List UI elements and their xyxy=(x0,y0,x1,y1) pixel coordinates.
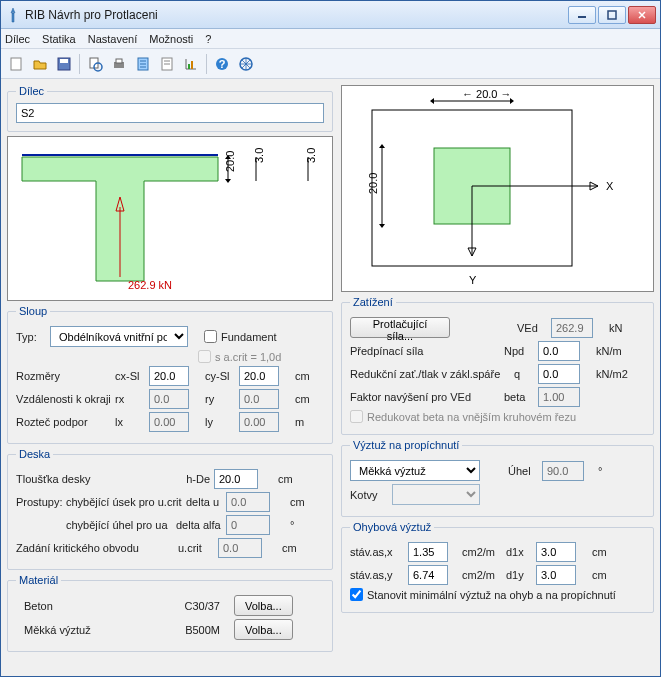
maximize-button[interactable] xyxy=(598,6,626,24)
vyztuz-select[interactable]: Měkká výztuž xyxy=(350,460,480,481)
menu-moznosti[interactable]: Možnosti xyxy=(149,33,193,45)
chyb-uhel-label: chybějící úhel pro ua xyxy=(66,519,172,531)
toolbar: ? xyxy=(1,49,660,79)
npd-input[interactable] xyxy=(538,341,580,361)
force-label: 262.9 kN xyxy=(128,279,172,291)
svg-rect-2 xyxy=(11,58,21,70)
print-preview-icon[interactable] xyxy=(84,53,106,75)
uhel-label: Úhel xyxy=(508,465,538,477)
material-group: Materiál Beton C30/37 Volba... Měkká výz… xyxy=(7,574,333,652)
typ-label: Typ: xyxy=(16,331,46,343)
list-icon[interactable] xyxy=(156,53,178,75)
ry-label: ry xyxy=(205,393,235,405)
sloup-legend: Sloup xyxy=(16,305,50,317)
section-diagram: 20.0 3.0 3.0 262.9 kN xyxy=(7,136,333,301)
fundament-check[interactable] xyxy=(204,330,217,343)
reduk-beta-check xyxy=(350,410,363,423)
deska-legend: Deska xyxy=(16,448,53,460)
menu-statika[interactable]: Statika xyxy=(42,33,76,45)
menubar: Dílec Statika Nastavení Možnosti ? xyxy=(1,29,660,49)
titlebar: RIB Návrh pro Protlaceni xyxy=(1,1,660,29)
beta-label: beta xyxy=(504,391,534,403)
dim-top: ← 20.0 → xyxy=(462,88,512,100)
lx-input xyxy=(149,412,189,432)
du-label: delta u xyxy=(186,496,222,508)
rx-label: rx xyxy=(115,393,145,405)
ved-label: VEd xyxy=(517,322,547,334)
acrit-check xyxy=(198,350,211,363)
rx-input xyxy=(149,389,189,409)
vyztuz-prop-legend: Výztuž na propíchnutí xyxy=(350,439,462,451)
beton-value: C30/37 xyxy=(170,600,220,612)
asy-input[interactable] xyxy=(408,565,448,585)
d1y-label: d1y xyxy=(506,569,532,581)
ucrit-label: u.crit xyxy=(178,542,214,554)
ucrit-input xyxy=(218,538,262,558)
cm-unit: cm xyxy=(295,370,310,382)
open-icon[interactable] xyxy=(29,53,51,75)
app-window: RIB Návrh pro Protlaceni Dílec Statika N… xyxy=(0,0,661,677)
svg-text:?: ? xyxy=(219,58,226,70)
chyb-usek-label: chybějící úsek pro u.crit xyxy=(66,496,182,508)
report-icon[interactable] xyxy=(132,53,154,75)
vyztuz-prop-group: Výztuž na propíchnutí Měkká výztuž Úhel … xyxy=(341,439,654,517)
ohyb-group: Ohybová výztuž stáv.as,x cm2/m d1x cm st… xyxy=(341,521,654,613)
acrit-label: s a.crit = 1,0d xyxy=(215,351,281,363)
cx-input[interactable] xyxy=(149,366,189,386)
da-input xyxy=(226,515,270,535)
plan-diagram: ← 20.0 → 20.0 X Y xyxy=(341,85,654,292)
dilec-input[interactable] xyxy=(16,103,324,123)
menu-nastaveni[interactable]: Nastavení xyxy=(88,33,138,45)
print-icon[interactable] xyxy=(108,53,130,75)
q-input[interactable] xyxy=(538,364,580,384)
sloup-group: Sloup Typ: Obdélníková vnitřní po Fundam… xyxy=(7,305,333,444)
app-icon xyxy=(5,7,21,23)
asx-label: stáv.as,x xyxy=(350,546,404,558)
vyztuz-volba-button[interactable]: Volba... xyxy=(234,619,293,640)
tloustka-label: Tloušťka desky xyxy=(16,473,156,485)
svg-rect-17 xyxy=(191,61,193,69)
dim-left: 20.0 xyxy=(367,173,379,194)
window-buttons xyxy=(568,6,656,24)
roztec-label: Rozteč podpor xyxy=(16,416,111,428)
typ-select[interactable]: Obdélníková vnitřní po xyxy=(50,326,188,347)
menu-dilec[interactable]: Dílec xyxy=(5,33,30,45)
close-button[interactable] xyxy=(628,6,656,24)
ly-label: ly xyxy=(205,416,235,428)
vyztuz-label: Měkká výztuž xyxy=(16,624,166,636)
save-icon[interactable] xyxy=(53,53,75,75)
faktor-label: Faktor navýšení pro VEd xyxy=(350,391,500,403)
axis-x: X xyxy=(606,180,614,192)
cy-label: cy-Sl xyxy=(205,370,235,382)
beta-input xyxy=(538,387,580,407)
reduk-beta-label: Redukovat beta na vnějším kruhovém řezu xyxy=(367,411,576,423)
asx-input[interactable] xyxy=(408,542,448,562)
help-icon[interactable]: ? xyxy=(211,53,233,75)
svg-rect-1 xyxy=(608,11,616,19)
minimize-button[interactable] xyxy=(568,6,596,24)
protlac-button[interactable]: Protlačující síla... xyxy=(350,317,450,338)
chart-icon[interactable] xyxy=(180,53,202,75)
ry-input xyxy=(239,389,279,409)
d1y-input[interactable] xyxy=(536,565,576,585)
menu-help[interactable]: ? xyxy=(205,33,211,45)
reduk-label: Redukční zať./tlak v zákl.spáře xyxy=(350,368,510,380)
svg-rect-16 xyxy=(188,64,190,69)
svg-rect-4 xyxy=(60,59,68,63)
logo-icon[interactable] xyxy=(235,53,257,75)
beton-volba-button[interactable]: Volba... xyxy=(234,595,293,616)
new-icon[interactable] xyxy=(5,53,27,75)
min-vyztuz-check[interactable] xyxy=(350,588,363,601)
axis-y: Y xyxy=(469,274,477,286)
d1x-input[interactable] xyxy=(536,542,576,562)
da-label: delta alfa xyxy=(176,519,222,531)
q-label: q xyxy=(514,368,534,380)
cy-input[interactable] xyxy=(239,366,279,386)
lx-label: lx xyxy=(115,416,145,428)
svg-rect-8 xyxy=(116,59,122,63)
du-input xyxy=(226,492,270,512)
kotvy-label: Kotvy xyxy=(350,489,388,501)
h-input[interactable] xyxy=(214,469,258,489)
ly-input xyxy=(239,412,279,432)
fundament-label: Fundament xyxy=(221,331,277,343)
